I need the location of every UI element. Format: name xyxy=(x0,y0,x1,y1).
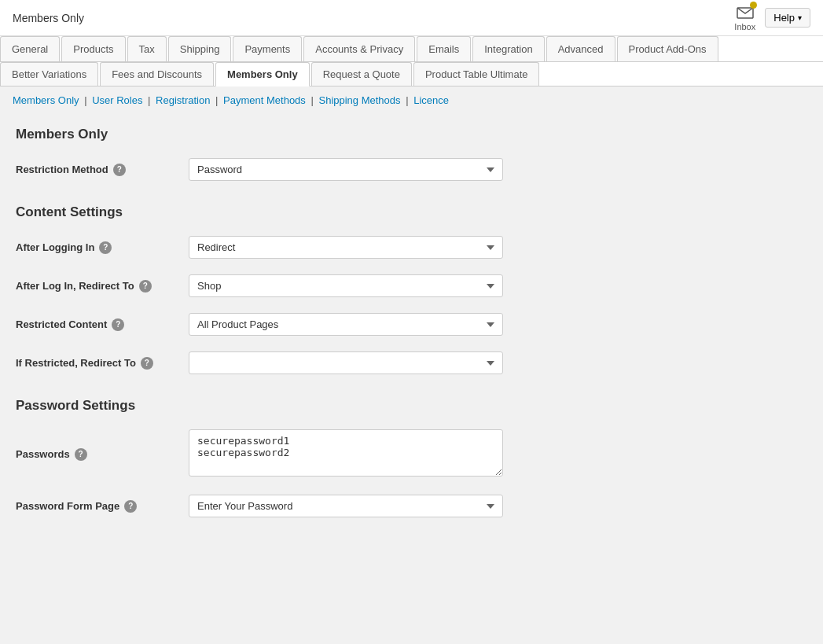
after-logging-in-control: Redirect Stay on page Go to shop xyxy=(189,236,503,259)
breadcrumb-separator: | xyxy=(148,94,153,106)
tab-emails[interactable]: Emails xyxy=(417,36,471,61)
restriction-method-label: Restriction Method ? xyxy=(16,164,189,176)
if-restricted-redirect-label: If Restricted, Redirect To ? xyxy=(16,357,189,370)
restricted-content-label: Restricted Content ? xyxy=(16,318,189,331)
help-button[interactable]: Help ▾ xyxy=(765,8,810,28)
chevron-down-icon: ▾ xyxy=(798,13,802,22)
tab-advanced[interactable]: Advanced xyxy=(546,36,615,61)
passwords-textarea[interactable]: securepassword1 securepassword2 xyxy=(189,429,503,477)
restricted-content-help-icon[interactable]: ? xyxy=(112,318,124,331)
tab-general[interactable]: General xyxy=(0,36,60,61)
section-members-only-title: Members Only xyxy=(16,127,807,142)
top-bar-actions: Inbox Help ▾ xyxy=(734,5,810,31)
password-form-page-control: Enter Your Password Custom Page xyxy=(189,495,503,517)
tab-request-quote[interactable]: Request a Quote xyxy=(311,62,412,86)
after-login-redirect-label: After Log In, Redirect To ? xyxy=(16,280,189,293)
after-login-redirect-select[interactable]: Shop Home Custom URL xyxy=(189,274,503,297)
restriction-method-control: Password User Role Both xyxy=(189,158,503,181)
breadcrumb-separator: | xyxy=(310,94,316,106)
breadcrumb-user-roles[interactable]: User Roles xyxy=(92,94,142,106)
after-logging-in-label: After Logging In ? xyxy=(16,241,189,254)
password-form-page-label: Password Form Page ? xyxy=(16,500,189,513)
tab-shipping[interactable]: Shipping xyxy=(168,36,232,61)
page-title: Members Only xyxy=(13,12,84,24)
after-logging-in-select[interactable]: Redirect Stay on page Go to shop xyxy=(189,236,503,259)
passwords-help-icon[interactable]: ? xyxy=(75,448,87,461)
breadcrumb: Members Only | User Roles | Registration… xyxy=(0,86,823,114)
breadcrumb-payment-methods[interactable]: Payment Methods xyxy=(223,94,306,106)
top-bar: Members Only Inbox Help ▾ xyxy=(0,0,823,36)
if-restricted-redirect-help-icon[interactable]: ? xyxy=(141,357,153,370)
content-settings-title: Content Settings xyxy=(16,204,807,220)
nav-tabs-row1: General Products Tax Shipping Payments A… xyxy=(0,36,823,62)
breadcrumb-separator: | xyxy=(84,94,90,106)
if-restricted-redirect-control: Home Login Page Custom URL xyxy=(189,351,503,374)
inbox-button[interactable]: Inbox xyxy=(734,5,755,31)
nav-tabs-row2: Better Variations Fees and Discounts Mem… xyxy=(0,62,823,86)
after-login-redirect-control: Shop Home Custom URL xyxy=(189,274,503,297)
if-restricted-redirect-select[interactable]: Home Login Page Custom URL xyxy=(189,351,503,374)
tab-integration[interactable]: Integration xyxy=(472,36,544,61)
row-if-restricted-redirect: If Restricted, Redirect To ? Home Login … xyxy=(16,351,807,374)
section-password-settings: Password Settings Passwords ? securepass… xyxy=(16,398,807,517)
row-after-login-redirect: After Log In, Redirect To ? Shop Home Cu… xyxy=(16,274,807,297)
main-content: Members Only Restriction Method ? Passwo… xyxy=(0,114,823,586)
restriction-method-help-icon[interactable]: ? xyxy=(113,164,126,176)
row-password-form-page: Password Form Page ? Enter Your Password… xyxy=(16,495,807,517)
password-form-page-select[interactable]: Enter Your Password Custom Page xyxy=(189,495,503,517)
restriction-method-select[interactable]: Password User Role Both xyxy=(189,158,503,181)
breadcrumb-licence[interactable]: Licence xyxy=(413,94,449,106)
breadcrumb-separator: | xyxy=(215,94,221,106)
breadcrumb-shipping-methods[interactable]: Shipping Methods xyxy=(318,94,400,106)
tab-accounts-privacy[interactable]: Accounts & Privacy xyxy=(303,36,415,61)
row-passwords: Passwords ? securepassword1 securepasswo… xyxy=(16,429,807,479)
tab-fees-discounts[interactable]: Fees and Discounts xyxy=(100,62,214,86)
password-form-page-help-icon[interactable]: ? xyxy=(124,500,137,513)
password-settings-title: Password Settings xyxy=(16,398,807,414)
row-restriction-method: Restriction Method ? Password User Role … xyxy=(16,158,807,181)
tab-products[interactable]: Products xyxy=(61,36,125,61)
breadcrumb-separator: | xyxy=(406,94,411,106)
tab-product-table-ultimate[interactable]: Product Table Ultimate xyxy=(413,62,540,86)
passwords-control: securepassword1 securepassword2 xyxy=(189,429,503,479)
section-content-settings: Content Settings After Logging In ? Redi… xyxy=(16,204,807,374)
tab-better-variations[interactable]: Better Variations xyxy=(0,62,98,86)
tab-product-add-ons[interactable]: Product Add-Ons xyxy=(617,36,718,61)
after-logging-in-help-icon[interactable]: ? xyxy=(99,241,112,254)
breadcrumb-members-only[interactable]: Members Only xyxy=(13,94,79,106)
row-after-logging-in: After Logging In ? Redirect Stay on page… xyxy=(16,236,807,259)
row-restricted-content: Restricted Content ? All Product Pages S… xyxy=(16,313,807,336)
tab-payments[interactable]: Payments xyxy=(233,36,302,61)
tab-tax[interactable]: Tax xyxy=(127,36,167,61)
breadcrumb-registration[interactable]: Registration xyxy=(156,94,210,106)
tab-members-only[interactable]: Members Only xyxy=(215,62,310,86)
section-members-only: Members Only Restriction Method ? Passwo… xyxy=(16,127,807,181)
after-login-redirect-help-icon[interactable]: ? xyxy=(139,280,152,293)
restricted-content-select[interactable]: All Product Pages Specific Products Cate… xyxy=(189,313,503,336)
restricted-content-control: All Product Pages Specific Products Cate… xyxy=(189,313,503,336)
inbox-badge xyxy=(750,2,757,9)
passwords-label: Passwords ? xyxy=(16,448,189,461)
